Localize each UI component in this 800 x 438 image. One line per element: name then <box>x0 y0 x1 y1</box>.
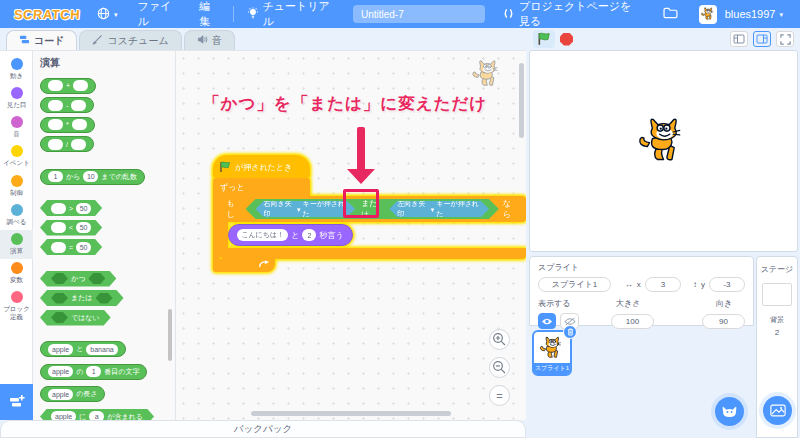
forever-bottom-bar <box>213 259 275 272</box>
fullscreen-button[interactable] <box>776 31 794 47</box>
tutorial-lamp-icon <box>247 7 259 21</box>
block-or[interactable]: または <box>40 290 124 306</box>
add-extension-button[interactable] <box>0 384 33 420</box>
menu-edit[interactable]: 編集 <box>190 0 228 28</box>
show-label: 表示する <box>538 298 598 309</box>
y-position-icon: ↕ <box>693 280 697 289</box>
tab-code[interactable]: コード <box>6 30 77 50</box>
small-stage-button[interactable] <box>730 31 748 47</box>
forever-block[interactable]: ずっと <box>213 178 310 196</box>
category-dot <box>11 116 23 128</box>
stage-thumbnail[interactable] <box>762 283 792 306</box>
direction-label: 向き <box>716 298 732 309</box>
block-and[interactable]: かつ <box>40 271 116 287</box>
stage-region: スプライト スプライト1 ↔ x 3 ↕ y -3 表示する 大きさ 向き <box>527 28 800 438</box>
zoom-in-button[interactable] <box>489 329 510 350</box>
tab-sounds[interactable]: 音 <box>184 30 235 50</box>
category-variables[interactable]: 変数 <box>0 259 33 288</box>
block-palette: 演算 + - * / 1から10までの乱数 >50 <50 =50 かつ または… <box>33 50 176 420</box>
tab-bar: コード コスチューム 音 <box>0 28 526 50</box>
palette-scrollbar[interactable] <box>168 309 172 361</box>
avatar[interactable] <box>699 5 717 24</box>
block-subtract[interactable]: - <box>40 97 94 113</box>
block-multiply[interactable]: * <box>40 117 95 133</box>
sprite-thumbnail-label: スプライト1 <box>534 363 570 374</box>
code-brackets-icon <box>503 8 514 21</box>
sprite-name-input[interactable]: スプライト1 <box>538 277 611 292</box>
menubar-divider <box>233 6 234 22</box>
category-sensing[interactable]: 調べる <box>0 201 33 230</box>
brush-icon <box>92 34 103 47</box>
category-dot <box>11 291 23 303</box>
block-letter-of[interactable]: appleの1番目の文字 <box>40 364 147 380</box>
vertical-scrollbar[interactable] <box>519 63 524 138</box>
key-pressed-block-left[interactable]: 左向き矢印▾ キーが押された <box>389 201 489 217</box>
see-project-page-button[interactable]: プロジェクトページを見る <box>495 0 650 32</box>
block-categories: 動き 見た目 音 イベント 制御 調べる 演算 変数 ブロック定義 <box>0 50 33 420</box>
when-flag-clicked-block[interactable]: が押されたとき <box>213 155 310 178</box>
category-events[interactable]: イベント <box>0 142 33 171</box>
loop-arrow-icon <box>258 260 270 271</box>
backpack-bar[interactable]: バックパック <box>0 420 526 438</box>
block-contains[interactable]: appleにaが含まれる <box>40 409 154 421</box>
x-label: x <box>637 280 641 289</box>
block-less[interactable]: <50 <box>40 220 102 236</box>
y-label: y <box>701 280 705 289</box>
green-flag-icon <box>219 161 231 175</box>
block-add[interactable]: + <box>40 78 96 94</box>
block-join[interactable]: appleとbanana <box>40 341 126 357</box>
stop-button[interactable] <box>560 33 573 46</box>
tab-costumes[interactable]: コスチューム <box>79 30 181 50</box>
say-for-secs-block[interactable]: こんにちは！ と 2 秒言う <box>228 224 352 246</box>
category-looks[interactable]: 見た目 <box>0 84 33 113</box>
chevron-down-icon: ▾ <box>779 11 783 18</box>
zoom-reset-button[interactable]: = <box>489 385 510 406</box>
category-operators[interactable]: 演算 <box>0 230 33 259</box>
category-control[interactable]: 制御 <box>0 172 33 201</box>
size-label: 大きさ <box>616 298 686 309</box>
green-flag-button[interactable] <box>533 30 555 48</box>
add-backdrop-button[interactable] <box>763 396 792 425</box>
dropdown-caret-icon[interactable]: ▾ <box>297 206 301 213</box>
y-position-input[interactable]: -3 <box>709 277 745 292</box>
x-position-input[interactable]: 3 <box>645 277 681 292</box>
block-equals[interactable]: =50 <box>40 239 102 255</box>
category-dot <box>11 87 23 99</box>
block-divide[interactable]: / <box>40 136 94 152</box>
menu-tutorials[interactable]: チュートリアル <box>238 0 343 28</box>
category-motion[interactable]: 動き <box>0 55 33 84</box>
x-position-icon: ↔ <box>625 280 633 289</box>
project-title-input[interactable] <box>353 5 485 23</box>
code-workspace[interactable]: 「かつ」を「または」に変えただけ が押されたとき ずっと もし <box>176 50 526 420</box>
category-dot <box>11 233 23 245</box>
sprite-panel-title: スプライト <box>538 262 579 273</box>
stage-selector[interactable]: ステージ 背景 2 <box>756 256 798 438</box>
scratch-logo[interactable]: SCRATCH <box>7 7 86 22</box>
sprite-thumbnail[interactable]: スプライト1 <box>532 330 572 376</box>
large-stage-button[interactable] <box>753 31 771 47</box>
category-dot <box>11 262 23 274</box>
menu-file[interactable]: ファイル <box>129 0 189 28</box>
key-pressed-block-right[interactable]: 右向き矢印▾ キーが押された <box>256 201 356 217</box>
folder-icon <box>663 7 678 21</box>
zoom-out-button[interactable] <box>489 357 510 378</box>
add-sprite-button[interactable] <box>715 397 744 426</box>
palette-header: 演算 <box>40 56 175 70</box>
my-stuff-button[interactable] <box>654 0 687 28</box>
account-menu[interactable]: blues1997 ▾ <box>723 0 792 28</box>
block-length-of[interactable]: appleの長さ <box>40 386 105 402</box>
backdrop-label: 背景 <box>770 315 784 325</box>
horizontal-scrollbar[interactable] <box>251 411 451 416</box>
backdrop-count: 2 <box>775 328 779 337</box>
block-greater[interactable]: >50 <box>40 200 102 216</box>
stage-canvas <box>529 50 798 252</box>
stage-selector-title: ステージ <box>761 264 794 275</box>
block-not[interactable]: ではない <box>40 310 111 326</box>
category-myblocks[interactable]: ブロック定義 <box>0 288 33 325</box>
cat-sprite[interactable] <box>635 113 691 169</box>
delete-sprite-button[interactable] <box>563 325 577 339</box>
category-sound[interactable]: 音 <box>0 113 33 142</box>
language-selector[interactable]: ▾ <box>88 0 127 28</box>
dropdown-caret-icon[interactable]: ▾ <box>431 206 435 213</box>
block-random[interactable]: 1から10までの乱数 <box>40 169 145 185</box>
